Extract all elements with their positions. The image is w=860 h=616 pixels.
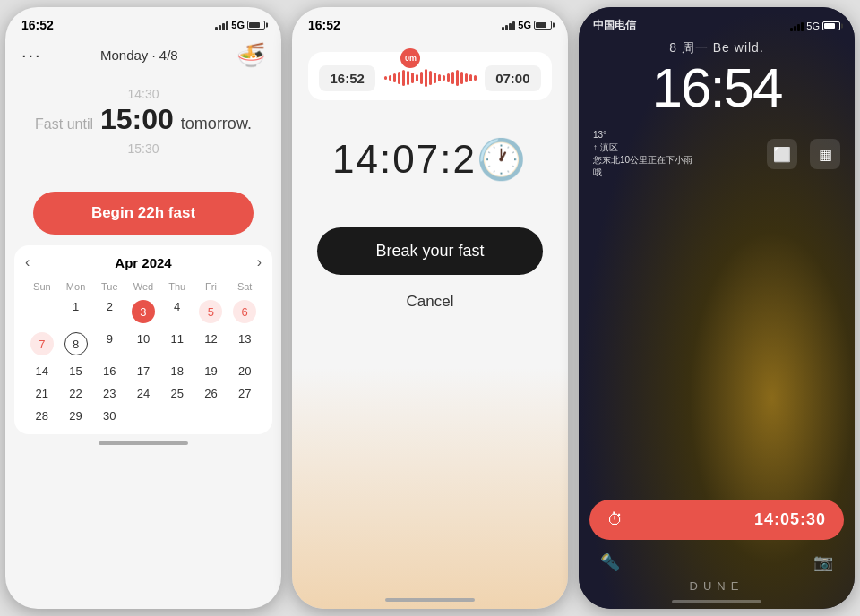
header-date: Monday · 4/8 <box>100 47 178 63</box>
time-range-container: 0m 16:52 07:00 <box>308 52 551 100</box>
timer-icon: 🕐 <box>477 137 528 181</box>
cal-day[interactable] <box>25 295 59 328</box>
cal-day[interactable] <box>126 405 160 427</box>
time-box-right[interactable]: 07:00 <box>485 65 540 91</box>
calendar-section: ‹ Apr 2024 › SunMonTueWedThuFriSat123456… <box>14 245 272 434</box>
break-fast-button[interactable]: Break your fast <box>317 227 544 275</box>
cal-day[interactable]: 9 <box>92 328 126 360</box>
signal-label-2: 5G <box>518 20 531 30</box>
flashlight-icon[interactable]: 🔦 <box>600 552 620 572</box>
cal-day[interactable]: 19 <box>194 360 228 382</box>
lock-widget-scan[interactable]: ⬜ <box>767 139 797 169</box>
cal-day[interactable]: 29 <box>59 405 93 427</box>
timer-display: 14:07:2🕐 <box>332 136 528 183</box>
cal-day[interactable]: 27 <box>228 382 262 405</box>
cal-day[interactable]: 14 <box>25 360 59 382</box>
cal-day[interactable]: 28 <box>25 405 59 427</box>
cal-day-header: Sat <box>228 278 262 295</box>
home-indicator-2 <box>385 598 475 602</box>
cal-day[interactable]: 8 <box>59 328 93 360</box>
status-time-1: 16:52 <box>22 18 54 32</box>
signal-bars-3 <box>790 21 804 31</box>
weather-desc2: 哦 <box>593 167 692 179</box>
status-bar-2: 16:52 5G <box>292 7 568 38</box>
calendar-grid: SunMonTueWedThuFriSat1234567891011121314… <box>25 278 262 427</box>
signal-bars-2 <box>502 20 515 30</box>
cal-day[interactable]: 13 <box>228 328 262 360</box>
timer-notification: ⏱ 14:05:30 <box>589 500 844 540</box>
time-scroll: 14:30 Fast until 15:00 tomorrow. 15:30 <box>35 87 252 156</box>
fast-time-main: 15:00 <box>100 103 174 136</box>
cancel-button[interactable]: Cancel <box>400 286 461 318</box>
timer-value: 14:07:2 <box>332 137 477 181</box>
waveform-bar <box>456 70 459 86</box>
lock-bottom-icons: 🔦 📷 <box>579 549 855 579</box>
timer-notif-icon: ⏱ <box>607 510 624 529</box>
cal-day[interactable]: 12 <box>194 328 228 360</box>
waveform-bar <box>438 74 441 81</box>
lock-date: 8 周一 Be wild. <box>579 40 855 56</box>
cal-day[interactable]: 5 <box>194 295 228 328</box>
waveform-bar <box>460 72 463 84</box>
battery-icon-1 <box>247 21 265 30</box>
status-bar-3: 中国电信 5G <box>579 7 855 33</box>
waveform-bar <box>469 74 472 81</box>
cal-day[interactable]: 26 <box>194 382 228 405</box>
cal-day-header: Tue <box>92 278 126 295</box>
cal-day[interactable] <box>160 405 194 427</box>
cal-prev-btn[interactable]: ‹ <box>25 254 30 270</box>
cal-next-btn[interactable]: › <box>257 254 262 270</box>
waveform-bar <box>434 73 436 83</box>
cal-day[interactable]: 7 <box>25 328 59 360</box>
cal-day[interactable]: 15 <box>59 360 93 382</box>
status-icons-2: 5G <box>502 20 552 30</box>
home-indicator-3 <box>672 600 761 603</box>
fast-section: 14:30 Fast until 15:00 tomorrow. 15:30 <box>5 80 281 177</box>
lock-icon-row: ⬜ ▦ <box>767 129 840 179</box>
waveform <box>383 64 477 91</box>
lockscreen-scene <box>579 188 855 500</box>
cal-day[interactable]: 10 <box>126 328 160 360</box>
cal-day[interactable] <box>194 405 228 427</box>
waveform-bar <box>474 75 477 81</box>
lock-widget-qr[interactable]: ▦ <box>810 139 840 169</box>
waveform-bar <box>420 72 423 84</box>
dots-menu[interactable]: ··· <box>22 45 42 65</box>
cal-day[interactable]: 4 <box>160 295 194 328</box>
cal-day[interactable]: 21 <box>25 382 59 405</box>
signal-label-3: 5G <box>806 21 820 31</box>
waveform-bar <box>465 73 468 82</box>
time-box-left[interactable]: 16:52 <box>319 65 374 91</box>
cal-day[interactable] <box>228 405 262 427</box>
cal-title: Apr 2024 <box>115 255 171 270</box>
waveform-bar <box>407 71 409 85</box>
cal-day[interactable]: 25 <box>160 382 194 405</box>
status-icons-3: 5G <box>790 21 840 31</box>
home-indicator-1 <box>99 441 188 445</box>
cal-day[interactable]: 23 <box>92 382 126 405</box>
cal-day[interactable]: 30 <box>92 405 126 427</box>
screen1-header: ··· Monday · 4/8 🍜 <box>5 38 281 80</box>
weather-widget: 13° ↑ 滇区 您东北10公里正在下小雨 哦 <box>593 129 692 179</box>
signal-bars-1 <box>215 20 228 30</box>
screen1-fasting-app: 16:52 5G ··· Monday · 4/8 🍜 14:30 Fast u… <box>5 7 281 609</box>
cal-day[interactable]: 16 <box>92 360 126 382</box>
cal-day[interactable]: 22 <box>59 382 93 405</box>
cal-day[interactable]: 20 <box>228 360 262 382</box>
begin-fast-button[interactable]: Begin 22h fast <box>33 192 254 235</box>
cal-day[interactable]: 18 <box>160 360 194 382</box>
time-below: 15:30 <box>127 141 159 156</box>
battery-icon-2 <box>534 21 552 30</box>
cal-day[interactable]: 6 <box>228 295 262 328</box>
cal-day[interactable]: 17 <box>126 360 160 382</box>
cal-day[interactable]: 2 <box>92 295 126 328</box>
cal-day[interactable]: 3 <box>126 295 160 328</box>
cal-day[interactable]: 24 <box>126 382 160 405</box>
cal-day[interactable]: 1 <box>59 295 93 328</box>
weather-dir: ↑ 滇区 <box>593 141 692 154</box>
camera-lock-icon[interactable]: 📷 <box>813 552 833 572</box>
weather-temp: 13° <box>593 129 692 141</box>
cal-day[interactable]: 11 <box>160 328 194 360</box>
waveform-bar <box>447 73 450 82</box>
weather-desc: 您东北10公里正在下小雨 <box>593 154 692 167</box>
